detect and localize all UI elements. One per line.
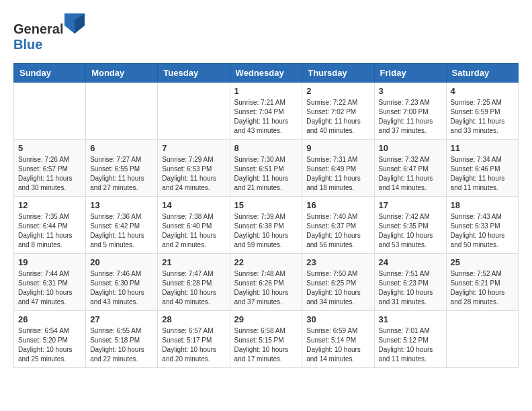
day-number: 19 (18, 257, 81, 267)
day-header-sunday: Sunday (14, 64, 86, 83)
calendar-cell: 8Sunrise: 7:30 AMSunset: 6:51 PMDaylight… (230, 140, 302, 197)
calendar-cell: 1Sunrise: 7:21 AMSunset: 7:04 PMDaylight… (230, 83, 302, 140)
day-info: Sunrise: 7:50 AMSunset: 6:25 PMDaylight:… (306, 269, 369, 307)
day-number: 20 (90, 257, 153, 267)
day-info: Sunrise: 7:39 AMSunset: 6:38 PMDaylight:… (234, 212, 298, 250)
calendar-cell: 9Sunrise: 7:31 AMSunset: 6:49 PMDaylight… (302, 140, 374, 197)
calendar-cell: 30Sunrise: 6:59 AMSunset: 5:14 PMDayligh… (302, 311, 374, 368)
day-number: 25 (451, 257, 514, 267)
day-number: 21 (162, 257, 225, 267)
calendar-cell: 18Sunrise: 7:43 AMSunset: 6:33 PMDayligh… (446, 197, 518, 254)
calendar-cell: 21Sunrise: 7:47 AMSunset: 6:28 PMDayligh… (158, 254, 230, 311)
day-number: 27 (90, 314, 153, 324)
day-number: 4 (451, 86, 514, 96)
day-info: Sunrise: 7:21 AMSunset: 7:04 PMDaylight:… (234, 98, 298, 136)
day-number: 31 (379, 314, 442, 324)
day-number: 3 (379, 86, 442, 96)
day-info: Sunrise: 7:25 AMSunset: 6:59 PMDaylight:… (451, 98, 514, 136)
calendar-cell: 5Sunrise: 7:26 AMSunset: 6:57 PMDaylight… (14, 140, 86, 197)
day-number: 26 (18, 314, 81, 324)
calendar-cell: 27Sunrise: 6:55 AMSunset: 5:18 PMDayligh… (86, 311, 158, 368)
day-header-tuesday: Tuesday (158, 64, 230, 83)
day-number: 22 (234, 257, 298, 267)
day-info: Sunrise: 7:38 AMSunset: 6:40 PMDaylight:… (162, 212, 225, 250)
day-info: Sunrise: 7:23 AMSunset: 7:00 PMDaylight:… (379, 98, 442, 136)
logo-text: General Blue (13, 13, 85, 52)
day-info: Sunrise: 7:47 AMSunset: 6:28 PMDaylight:… (162, 269, 225, 307)
calendar-cell: 11Sunrise: 7:34 AMSunset: 6:46 PMDayligh… (446, 140, 518, 197)
calendar-week-5: 26Sunrise: 6:54 AMSunset: 5:20 PMDayligh… (14, 311, 519, 368)
day-info: Sunrise: 7:22 AMSunset: 7:02 PMDaylight:… (306, 98, 369, 136)
day-number: 24 (379, 257, 442, 267)
calendar-cell: 25Sunrise: 7:52 AMSunset: 6:21 PMDayligh… (446, 254, 518, 311)
day-number: 17 (379, 200, 442, 210)
calendar-cell: 23Sunrise: 7:50 AMSunset: 6:25 PMDayligh… (302, 254, 374, 311)
calendar-week-3: 12Sunrise: 7:35 AMSunset: 6:44 PMDayligh… (14, 197, 519, 254)
day-info: Sunrise: 7:43 AMSunset: 6:33 PMDaylight:… (451, 212, 514, 250)
day-info: Sunrise: 7:01 AMSunset: 5:12 PMDaylight:… (379, 326, 442, 364)
calendar-table: SundayMondayTuesdayWednesdayThursdayFrid… (13, 63, 519, 368)
calendar-cell: 12Sunrise: 7:35 AMSunset: 6:44 PMDayligh… (14, 197, 86, 254)
day-info: Sunrise: 7:30 AMSunset: 6:51 PMDaylight:… (234, 155, 298, 193)
calendar-cell: 3Sunrise: 7:23 AMSunset: 7:00 PMDaylight… (374, 83, 446, 140)
day-info: Sunrise: 7:40 AMSunset: 6:37 PMDaylight:… (306, 212, 369, 250)
logo-blue: Blue (13, 37, 42, 52)
day-info: Sunrise: 7:51 AMSunset: 6:23 PMDaylight:… (379, 269, 442, 307)
day-info: Sunrise: 7:31 AMSunset: 6:49 PMDaylight:… (306, 155, 369, 193)
day-header-wednesday: Wednesday (230, 64, 302, 83)
calendar-week-4: 19Sunrise: 7:44 AMSunset: 6:31 PMDayligh… (14, 254, 519, 311)
logo-icon (64, 13, 85, 34)
day-header-thursday: Thursday (302, 64, 374, 83)
calendar-cell: 7Sunrise: 7:29 AMSunset: 6:53 PMDaylight… (158, 140, 230, 197)
day-number: 5 (18, 143, 81, 153)
day-number: 28 (162, 314, 225, 324)
calendar-cell: 17Sunrise: 7:42 AMSunset: 6:35 PMDayligh… (374, 197, 446, 254)
day-info: Sunrise: 7:26 AMSunset: 6:57 PMDaylight:… (18, 155, 81, 193)
day-info: Sunrise: 7:34 AMSunset: 6:46 PMDaylight:… (451, 155, 514, 193)
day-number: 1 (234, 86, 298, 96)
calendar-cell (446, 311, 518, 368)
day-number: 9 (306, 143, 369, 153)
calendar-cell: 20Sunrise: 7:46 AMSunset: 6:30 PMDayligh… (86, 254, 158, 311)
day-number: 10 (379, 143, 442, 153)
day-number: 23 (306, 257, 369, 267)
day-info: Sunrise: 7:29 AMSunset: 6:53 PMDaylight:… (162, 155, 225, 193)
day-number: 6 (90, 143, 153, 153)
day-number: 29 (234, 314, 298, 324)
day-number: 8 (234, 143, 298, 153)
day-number: 15 (234, 200, 298, 210)
day-info: Sunrise: 6:55 AMSunset: 5:18 PMDaylight:… (90, 326, 153, 364)
calendar-cell: 15Sunrise: 7:39 AMSunset: 6:38 PMDayligh… (230, 197, 302, 254)
day-header-saturday: Saturday (446, 64, 518, 83)
day-info: Sunrise: 7:46 AMSunset: 6:30 PMDaylight:… (90, 269, 153, 307)
day-number: 18 (451, 200, 514, 210)
calendar-cell: 22Sunrise: 7:48 AMSunset: 6:26 PMDayligh… (230, 254, 302, 311)
day-info: Sunrise: 7:27 AMSunset: 6:55 PMDaylight:… (90, 155, 153, 193)
calendar-cell (14, 83, 86, 140)
day-number: 11 (451, 143, 514, 153)
day-info: Sunrise: 7:48 AMSunset: 6:26 PMDaylight:… (234, 269, 298, 307)
calendar-week-1: 1Sunrise: 7:21 AMSunset: 7:04 PMDaylight… (14, 83, 519, 140)
day-info: Sunrise: 7:32 AMSunset: 6:47 PMDaylight:… (379, 155, 442, 193)
day-number: 16 (306, 200, 369, 210)
calendar-cell: 28Sunrise: 6:57 AMSunset: 5:17 PMDayligh… (158, 311, 230, 368)
day-header-friday: Friday (374, 64, 446, 83)
logo-general: General (13, 21, 63, 36)
day-header-monday: Monday (86, 64, 158, 83)
calendar-cell: 6Sunrise: 7:27 AMSunset: 6:55 PMDaylight… (86, 140, 158, 197)
day-info: Sunrise: 7:42 AMSunset: 6:35 PMDaylight:… (379, 212, 442, 250)
day-info: Sunrise: 7:35 AMSunset: 6:44 PMDaylight:… (18, 212, 81, 250)
day-info: Sunrise: 6:58 AMSunset: 5:15 PMDaylight:… (234, 326, 298, 364)
day-info: Sunrise: 7:36 AMSunset: 6:42 PMDaylight:… (90, 212, 153, 250)
day-info: Sunrise: 7:52 AMSunset: 6:21 PMDaylight:… (451, 269, 514, 307)
page-header: General Blue (13, 13, 519, 52)
calendar-cell: 24Sunrise: 7:51 AMSunset: 6:23 PMDayligh… (374, 254, 446, 311)
day-info: Sunrise: 6:57 AMSunset: 5:17 PMDaylight:… (162, 326, 225, 364)
day-info: Sunrise: 7:44 AMSunset: 6:31 PMDaylight:… (18, 269, 81, 307)
logo: General Blue (13, 13, 85, 52)
day-info: Sunrise: 6:54 AMSunset: 5:20 PMDaylight:… (18, 326, 81, 364)
calendar-cell: 29Sunrise: 6:58 AMSunset: 5:15 PMDayligh… (230, 311, 302, 368)
calendar-cell: 14Sunrise: 7:38 AMSunset: 6:40 PMDayligh… (158, 197, 230, 254)
calendar-cell: 19Sunrise: 7:44 AMSunset: 6:31 PMDayligh… (14, 254, 86, 311)
day-number: 2 (306, 86, 369, 96)
